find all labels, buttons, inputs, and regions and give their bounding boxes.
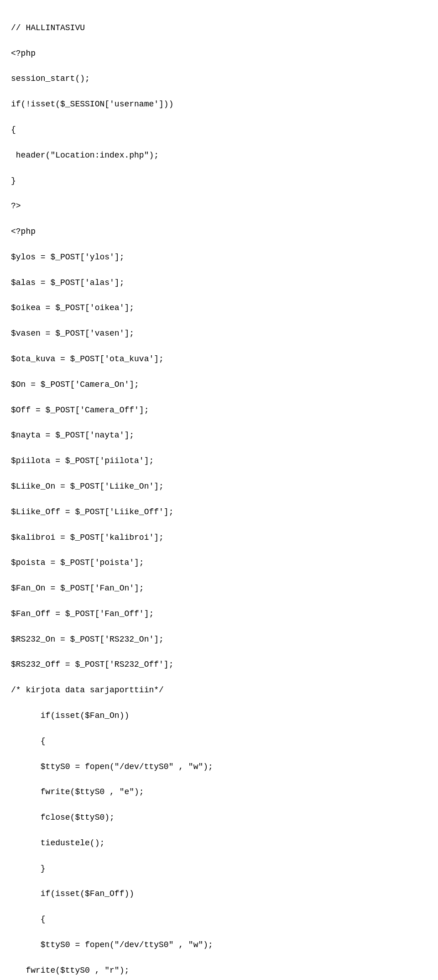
code-line-13: $vasen = $_POST['vasen']; bbox=[11, 329, 134, 338]
code-line-8: ?> bbox=[11, 201, 21, 211]
code-line-24: $Fan_Off = $_POST['Fan_Off']; bbox=[11, 609, 154, 618]
code-line-33: tiedustele(); bbox=[11, 838, 104, 848]
code-line-4: if(!isset($_SESSION['username'])) bbox=[11, 100, 173, 109]
code-line-22: $poista = $_POST['poista']; bbox=[11, 558, 144, 567]
code-line-20: $Liike_Off = $_POST['Liike_Off']; bbox=[11, 507, 173, 516]
code-line-21: $kalibroi = $_POST['kalibroi']; bbox=[11, 533, 164, 542]
code-line-19: $Liike_On = $_POST['Liike_On']; bbox=[11, 482, 164, 491]
code-line-2: <?php bbox=[11, 49, 36, 58]
code-line-16: $Off = $_POST['Camera_Off']; bbox=[11, 406, 149, 415]
code-line-7: } bbox=[11, 176, 16, 185]
code-line-27: /* kirjota data sarjaporttiin*/ bbox=[11, 685, 164, 695]
code-line-11: $alas = $_POST['alas']; bbox=[11, 278, 124, 287]
code-line-35: if(isset($Fan_Off)) bbox=[11, 889, 134, 898]
code-line-29: { bbox=[11, 737, 46, 746]
code-line-31: fwrite($ttyS0 , "e"); bbox=[11, 787, 144, 796]
code-line-1: // HALLINTASIVU bbox=[11, 23, 85, 32]
code-line-25: $RS232_On = $_POST['RS232_On']; bbox=[11, 635, 164, 644]
code-line-15: $On = $_POST['Camera_On']; bbox=[11, 380, 139, 389]
code-line-18: $piilota = $_POST['piilota']; bbox=[11, 456, 154, 465]
code-line-37: $ttyS0 = fopen("/dev/ttyS0" , "w"); bbox=[11, 940, 213, 949]
code-line-26: $RS232_Off = $_POST['RS232_Off']; bbox=[11, 660, 173, 669]
code-line-12: $oikea = $_POST['oikea']; bbox=[11, 303, 134, 312]
code-line-5: { bbox=[11, 125, 16, 134]
code-line-38: fwrite($ttyS0 , "r"); bbox=[11, 966, 129, 975]
code-line-10: $ylos = $_POST['ylos']; bbox=[11, 253, 124, 262]
code-line-14: $ota_kuva = $_POST['ota_kuva']; bbox=[11, 354, 164, 364]
code-line-3: session_start(); bbox=[11, 74, 90, 83]
code-line-34: } bbox=[11, 864, 46, 873]
code-line-6: header("Location:index.php"); bbox=[11, 151, 159, 160]
code-line-23: $Fan_On = $_POST['Fan_On']; bbox=[11, 584, 144, 593]
code-line-30: $ttyS0 = fopen("/dev/ttyS0" , "w"); bbox=[11, 762, 213, 771]
code-content: // HALLINTASIVU <?php session_start(); i… bbox=[11, 9, 427, 980]
code-line-32: fclose($ttyS0); bbox=[11, 813, 115, 822]
code-line-17: $nayta = $_POST['nayta']; bbox=[11, 431, 134, 440]
code-line-9: <?php bbox=[11, 227, 36, 236]
code-line-36: { bbox=[11, 915, 46, 924]
code-line-28: if(isset($Fan_On)) bbox=[11, 711, 129, 720]
